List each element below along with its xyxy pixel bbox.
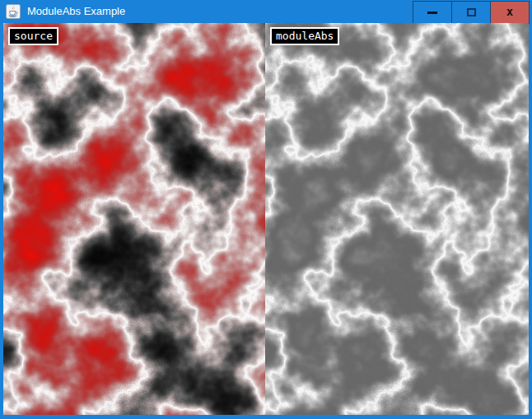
source-label: source [8,27,58,45]
window-title: ModuleAbs Example [27,0,125,23]
moduleabs-label: moduleAbs [270,27,339,45]
close-icon: x [506,6,513,17]
render-canvas: source [3,23,529,415]
moduleabs-noise-image [265,23,529,415]
app-window: ModuleAbs Example x [0,0,532,419]
maximize-icon [467,8,476,16]
panel-moduleabs: moduleAbs [265,23,529,415]
java-coffee-cup-icon [6,4,21,19]
minimize-icon [427,12,437,14]
maximize-button[interactable] [452,2,490,23]
window-controls: x [413,1,530,24]
close-button[interactable]: x [491,2,529,23]
title-bar[interactable]: ModuleAbs Example x [3,0,529,23]
minimize-button[interactable] [413,2,451,23]
source-noise-image [3,23,265,415]
panel-source: source [3,23,265,415]
